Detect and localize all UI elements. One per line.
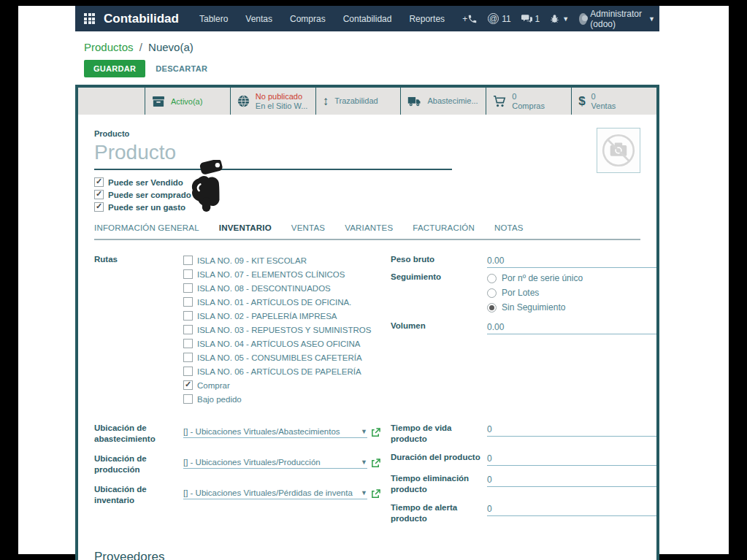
procurement-stat-button[interactable]: Abastecimie... <box>401 88 486 115</box>
tab-notas[interactable]: NOTAS <box>494 223 524 232</box>
radio-lotes[interactable]: Por Lotes <box>487 285 659 300</box>
proveedores-title: Proveedores <box>94 550 640 560</box>
breadcrumb-productos[interactable]: Productos <box>84 41 134 53</box>
duracion-field: Duración del producto <box>391 451 659 466</box>
checkbox[interactable] <box>183 353 193 362</box>
checkbox[interactable] <box>183 256 193 265</box>
menu-ventas[interactable]: Ventas <box>245 14 272 24</box>
external-link-icon[interactable] <box>371 459 380 468</box>
radio[interactable] <box>487 303 497 312</box>
save-button[interactable]: GUARDAR <box>84 60 145 77</box>
flag-label: Puede ser Vendido <box>108 178 183 187</box>
flag-comprado[interactable]: Puede ser comprado <box>94 188 640 201</box>
checkbox[interactable] <box>183 283 193 293</box>
breadcrumb-separator: / <box>137 41 145 53</box>
active-stat-button[interactable]: Activo(a) <box>145 88 231 115</box>
checkbox[interactable] <box>183 394 193 404</box>
seguimiento-field: Seguimiento Por nº de serie único Por Lo… <box>391 271 659 315</box>
ruta-label: ISLA NO. 05 - CONSUMIBLES CAFETERÍA <box>197 353 362 362</box>
list-item[interactable]: ISLA NO. 01 - ARTÍCULOS DE OFICINA. <box>183 295 380 309</box>
tiempos-group: Tiempo de vida producto Duración del pro… <box>391 422 659 531</box>
checkbox[interactable] <box>94 202 104 212</box>
purchases-stat-button[interactable]: 0 Compras <box>486 88 572 115</box>
list-item[interactable]: ISLA NO. 03 - REPUESTOS Y SUMINISTROS <box>183 323 380 337</box>
sales-text: Ventas <box>591 101 616 110</box>
volumen-label: Volumen <box>391 320 487 334</box>
checkbox[interactable] <box>94 190 104 199</box>
checkbox[interactable] <box>183 339 193 348</box>
top-navbar: Contabilidad Tablero Ventas Compras Cont… <box>75 6 659 31</box>
list-item[interactable]: ISLA NO. 07 - ELEMENTOS CLÍNICOS <box>183 267 380 281</box>
duracion-input[interactable] <box>487 453 659 466</box>
list-item[interactable]: ISLA NO. 08 - DESCONTINUADOS <box>183 281 380 295</box>
menu-compras[interactable]: Compras <box>290 14 326 24</box>
chat-count: 1 <box>535 14 540 24</box>
tiempo-eliminacion-input[interactable] <box>487 474 659 487</box>
tiempo-alerta-input[interactable] <box>487 503 659 516</box>
field-label: Ubicación de inventario <box>94 483 183 506</box>
field-label: Ubicación de abastecimiento <box>94 422 183 445</box>
list-item[interactable]: Bajo pedido <box>183 392 380 406</box>
radio-sin-seguimiento[interactable]: Sin Seguimiento <box>487 300 659 315</box>
ubicacion-inventario-select[interactable]: [] - Ubicaciones Virtuales/Pérdidas de i… <box>183 488 367 499</box>
list-item[interactable]: ISLA NO. 09 - KIT ESCOLAR <box>183 253 380 267</box>
list-item[interactable]: ISLA NO. 06 - ARTÍCULOS DE PAPELERÍA <box>183 364 380 378</box>
product-image-upload[interactable] <box>597 128 640 173</box>
right-col-top: Peso bruto Seguimiento Por nº de serie ú… <box>391 253 659 409</box>
product-field-label: Producto <box>94 129 640 138</box>
user-menu[interactable]: Administrator (odoo) ▼ <box>579 9 655 29</box>
tab-inventario[interactable]: INVENTARIO <box>219 223 272 232</box>
radio-serie-unico[interactable]: Por nº de serie único <box>487 271 659 285</box>
app-brand[interactable]: Contabilidad <box>104 12 179 26</box>
checkbox[interactable] <box>183 367 193 376</box>
menu-contabilidad[interactable]: Contabilidad <box>343 14 392 24</box>
traceability-stat-button[interactable]: ↕ Trazabilidad <box>316 88 402 115</box>
checkbox[interactable] <box>94 177 104 187</box>
flag-vendido[interactable]: Puede ser Vendido <box>94 176 640 188</box>
tab-facturacion[interactable]: FACTURACIÓN <box>413 223 475 232</box>
cart-icon <box>493 96 506 107</box>
flag-gasto[interactable]: Puede ser un gasto <box>94 201 640 213</box>
menu-reportes[interactable]: Reportes <box>409 14 445 24</box>
peso-bruto-label: Peso bruto <box>391 253 487 268</box>
volumen-input[interactable] <box>487 321 659 334</box>
list-item[interactable]: ISLA NO. 02 - PAPELERÍA IMPRESA <box>183 309 380 323</box>
checkbox[interactable] <box>183 380 193 390</box>
discard-button[interactable]: DESCARTAR <box>156 64 207 73</box>
radio[interactable] <box>487 288 497 298</box>
apps-grid-icon[interactable] <box>84 13 95 24</box>
phone-icon[interactable] <box>467 14 478 24</box>
sales-stat-button[interactable]: $ 0 Ventas <box>572 88 656 115</box>
list-item[interactable]: ISLA NO. 04 - ARTÍCULOS ASEO OFICINA <box>183 337 380 350</box>
ubicacion-abastecimiento-select[interactable]: [] - Ubicaciones Virtuales/Abastecimient… <box>183 427 367 438</box>
tiempo-vida-field: Tiempo de vida producto <box>391 422 659 445</box>
menu-plus[interactable]: + <box>462 14 467 24</box>
external-link-icon[interactable] <box>371 428 380 437</box>
product-name-input[interactable] <box>94 138 452 170</box>
tiempo-eliminacion-field: Tiempo eliminación producto <box>391 472 659 495</box>
checkbox[interactable] <box>183 311 193 321</box>
radio[interactable] <box>487 274 497 283</box>
messages-count: 11 <box>502 14 510 24</box>
chat-icon[interactable]: 1 <box>521 14 540 24</box>
menu-tablero[interactable]: Tablero <box>199 14 228 24</box>
external-link-icon[interactable] <box>371 489 380 499</box>
checkbox[interactable] <box>183 325 193 334</box>
tiempo-vida-input[interactable] <box>487 423 659 437</box>
list-item[interactable]: ISLA NO. 05 - CONSUMIBLES CAFETERÍA <box>183 350 380 364</box>
website-stat-button[interactable]: No publicado En el Sitio W... <box>231 88 316 115</box>
messages-icon[interactable]: @ 11 <box>488 13 510 24</box>
tab-variantes[interactable]: VARIANTES <box>345 223 393 232</box>
breadcrumb: Productos / Nuevo(a) <box>75 31 659 53</box>
checkbox[interactable] <box>183 297 193 307</box>
field-label: Tiempo de alerta producto <box>391 502 487 524</box>
checkbox[interactable] <box>183 269 193 279</box>
tab-informacion-general[interactable]: INFORMACIÓN GENERAL <box>94 223 199 232</box>
ruta-label: ISLA NO. 09 - KIT ESCOLAR <box>197 256 307 265</box>
ubicacion-produccion-select[interactable]: [] - Ubicaciones Virtuales/Producción ▼ <box>183 458 367 469</box>
chevron-down-icon: ▼ <box>648 15 655 23</box>
debug-menu[interactable]: ▼ <box>550 14 569 23</box>
peso-bruto-input[interactable] <box>487 255 659 268</box>
tab-ventas[interactable]: VENTAS <box>291 223 325 232</box>
list-item[interactable]: Comprar <box>183 378 380 392</box>
